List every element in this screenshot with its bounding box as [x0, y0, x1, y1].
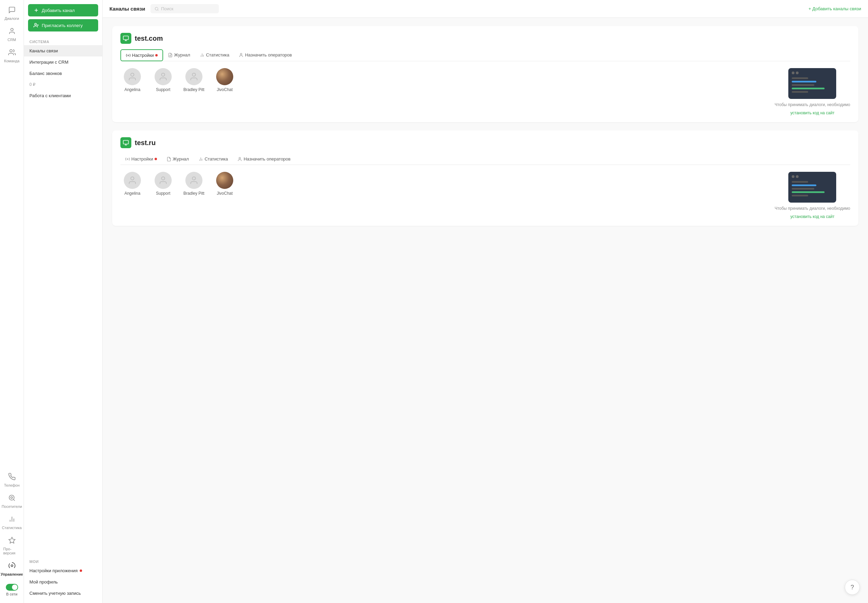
sidebar-label-management: Управление	[1, 572, 23, 576]
channel-body-test-com: Angelina Support	[120, 68, 850, 115]
sidebar-item-dialogi[interactable]: Диалоги	[2, 3, 22, 23]
svg-point-26	[131, 73, 134, 76]
operator-angelina-1-avatar	[124, 68, 141, 85]
assign-tab-icon	[239, 53, 244, 57]
svg-point-28	[192, 73, 195, 76]
operator-bradley-2-avatar	[185, 172, 202, 189]
invite-colleague-button[interactable]: Пригласить коллегу	[28, 19, 98, 31]
sidebar-item-app-settings[interactable]: Настройки приложения	[24, 565, 102, 576]
sidebar-label-pro: Про-версия	[3, 547, 20, 555]
log-tab-label: Журнал	[174, 53, 190, 57]
system-section-label: СИСТЕМА	[24, 37, 102, 45]
sidebar-item-visitors[interactable]: Посетители	[2, 492, 22, 511]
dot-ru-1	[792, 175, 794, 178]
settings-tab-icon-ru	[125, 157, 130, 162]
crm-int-label: Интеграции с CRM	[29, 60, 68, 65]
tab-settings-test-ru[interactable]: Настройки	[120, 154, 162, 165]
code-text-1: Чтобы принимать диалоги, необходимо	[775, 102, 850, 107]
log-tab-label-ru: Журнал	[173, 156, 189, 162]
balance-value: 0 ₽	[29, 82, 35, 87]
code-widget-test-ru: Чтобы принимать диалоги, необходимо уста…	[775, 172, 850, 219]
channel-tabs-test-com: Настройки Журнал Статистика	[120, 49, 850, 61]
svg-rect-29	[123, 140, 129, 144]
channel-header-test-com: test.com	[120, 33, 850, 44]
sidebar-item-balance-val: 0 ₽	[24, 79, 102, 90]
settings-tab-label: Настройки	[132, 53, 154, 58]
operator-bradley-2-name: Bradley Pitt	[183, 191, 204, 196]
add-channels-link[interactable]: + Добавить каналы связи	[808, 6, 861, 11]
svg-point-32	[127, 158, 128, 160]
tab-log-test-ru[interactable]: Журнал	[162, 154, 194, 165]
svg-point-11	[34, 23, 36, 25]
operator-support-2-avatar	[154, 172, 172, 189]
dot2	[796, 71, 799, 74]
channel-tabs-test-ru: Настройки Журнал Статистика	[120, 154, 850, 165]
code-line2	[792, 81, 816, 82]
sidebar-item-pro[interactable]: Про-версия	[2, 534, 22, 558]
operator-angelina-1: Angelina	[120, 68, 144, 92]
switch-account-label: Сменить учетную запись	[29, 591, 81, 596]
sidebar-label-stats: Статистика	[2, 526, 22, 530]
sidebar-item-crm[interactable]: CRM	[2, 25, 22, 45]
svg-point-39	[192, 177, 195, 180]
sidebar-item-channels[interactable]: Каналы связи	[24, 45, 102, 56]
sidebar-item-stats[interactable]: Статистика	[2, 513, 22, 532]
tab-assign-test-ru[interactable]: Назначить операторов	[233, 154, 295, 165]
install-code-link-1[interactable]: установить код на сайт	[790, 111, 834, 115]
svg-point-27	[162, 73, 165, 76]
svg-point-38	[162, 177, 165, 180]
sidebar-label-phone: Телефон	[4, 483, 20, 487]
sidebar-item-crm-int[interactable]: Интеграции с CRM	[24, 56, 102, 68]
operator-support-2: Support	[151, 172, 175, 196]
online-label: В сети	[6, 592, 17, 596]
page-title: Каналы связи	[109, 6, 145, 12]
my-section-label: МОИ	[24, 557, 102, 565]
sidebar-item-balance[interactable]: Баланс звонков	[24, 68, 102, 79]
tab-settings-test-com[interactable]: Настройки	[120, 49, 163, 61]
help-icon: ?	[851, 584, 854, 591]
code-line-ru2	[792, 184, 816, 186]
sidebar-item-phone[interactable]: Телефон	[2, 470, 22, 490]
online-toggle[interactable]	[6, 584, 18, 591]
stats-icon	[8, 515, 16, 525]
operator-bradley-2: Bradley Pitt	[182, 172, 206, 196]
visitors-icon	[8, 494, 16, 503]
svg-point-2	[9, 495, 14, 500]
code-dots	[792, 71, 833, 74]
settings-tab-label-ru: Настройки	[131, 156, 153, 162]
search-input[interactable]	[161, 6, 215, 11]
tab-stats-test-ru[interactable]: Статистика	[194, 154, 233, 165]
operator-support-2-name: Support	[156, 191, 170, 196]
operator-bradley-1-avatar	[185, 68, 202, 85]
sidebar-item-team[interactable]: Команда	[2, 46, 22, 66]
install-code-link-2[interactable]: установить код на сайт	[790, 214, 834, 219]
online-section: В сети	[2, 580, 22, 600]
search-box[interactable]	[151, 4, 219, 13]
content-area: test.com Настройки Журнал	[103, 18, 868, 603]
operator-angelina-2: Angelina	[120, 172, 144, 196]
tab-assign-test-com[interactable]: Назначить операторов	[234, 49, 296, 61]
add-channel-button[interactable]: Добавить канал	[28, 4, 98, 16]
channel-icon-test-ru	[120, 137, 131, 148]
add-channel-label: Добавить канал	[42, 8, 74, 13]
sidebar-item-clients[interactable]: Работа с клиентами	[24, 90, 102, 101]
sidebar-item-management[interactable]: Управление	[2, 559, 22, 579]
settings-dot-ru	[154, 158, 157, 160]
dot1	[792, 71, 794, 74]
channel-icon-test-com	[120, 33, 131, 44]
pro-icon	[8, 537, 16, 546]
svg-line-15	[158, 9, 158, 10]
svg-marker-7	[9, 537, 15, 543]
app-settings-dot	[80, 569, 82, 572]
tab-stats-test-com[interactable]: Статистика	[195, 49, 234, 61]
sidebar-item-my-profile[interactable]: Мой профиль	[24, 576, 102, 588]
svg-point-1	[9, 49, 12, 52]
operator-jivo-2-name: JivoChat	[217, 191, 233, 196]
svg-point-0	[11, 28, 13, 31]
operator-support-1-name: Support	[156, 87, 170, 92]
tab-log-test-com[interactable]: Журнал	[163, 49, 195, 61]
sidebar-label-crm: CRM	[8, 38, 16, 42]
channel-name-test-ru: test.ru	[135, 139, 156, 147]
help-button[interactable]: ?	[845, 580, 860, 595]
sidebar-item-switch-account[interactable]: Сменить учетную запись	[24, 588, 102, 599]
